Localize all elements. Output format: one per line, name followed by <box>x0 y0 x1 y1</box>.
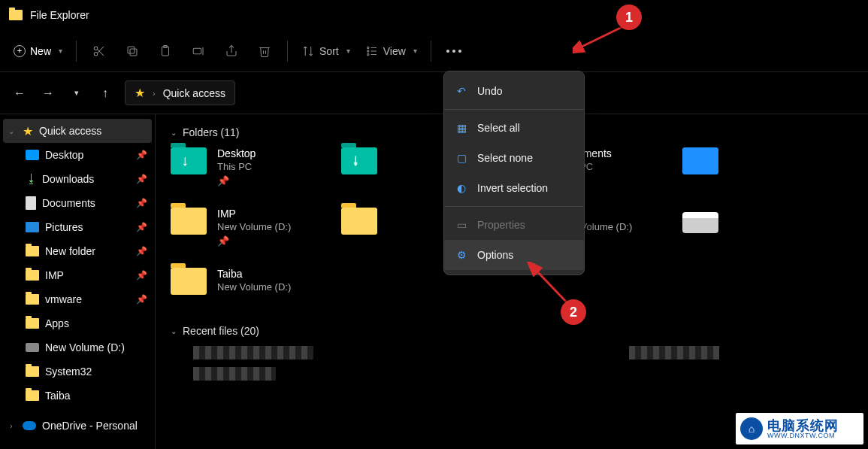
svg-rect-5 <box>128 47 135 53</box>
folder-icon <box>171 268 207 295</box>
chevron-down-icon: ⌄ <box>171 129 177 137</box>
menu-invert-selection[interactable]: ◐Invert selection <box>444 173 584 203</box>
sidebar-quick-access[interactable]: ⌄ ★ Quick access <box>3 119 152 143</box>
main-area: ⌄ ★ Quick access Desktop📌 ⭳Downloads📌 Do… <box>0 114 868 449</box>
new-button[interactable]: + New ▾ <box>8 36 68 66</box>
delete-button[interactable] <box>250 36 280 66</box>
menu-select-all[interactable]: ▦Select all <box>444 113 584 143</box>
up-button[interactable]: ↑ <box>96 86 114 100</box>
folder-icon <box>26 294 39 305</box>
properties-icon: ▭ <box>455 218 468 232</box>
pin-icon: 📌 <box>136 270 147 281</box>
plus-icon: + <box>14 45 26 57</box>
toolbar: + New ▾ Sort ▾ View ▾ <box>0 30 868 72</box>
quick-access-label: Quick access <box>39 125 101 137</box>
folder-icon <box>26 318 39 329</box>
rename-icon <box>192 44 205 58</box>
chevron-down-icon: ⌄ <box>6 127 17 135</box>
copy-button[interactable] <box>117 36 147 66</box>
sidebar-item-apps[interactable]: Apps <box>0 311 155 335</box>
watermark-logo-icon: ⌂ <box>740 417 763 440</box>
star-icon: ★ <box>23 124 33 138</box>
sidebar-item-imp[interactable]: IMP📌 <box>0 263 155 287</box>
drive-icon <box>26 343 39 352</box>
cloud-icon <box>23 421 36 430</box>
recent-section-header[interactable]: ⌄ Recent files (20) <box>171 325 853 337</box>
sidebar-onedrive[interactable]: › OneDrive - Personal <box>0 414 155 438</box>
menu-select-none[interactable]: ▢Select none <box>444 143 584 173</box>
share-icon <box>225 44 238 58</box>
folder-taiba[interactable]: TaibaNew Volume (D:) <box>171 268 341 305</box>
pin-icon: 📌 <box>217 175 256 187</box>
nav-row: ← → ▾ ↑ ★ › Quick access <box>0 72 868 114</box>
callout-badge-1: 1 <box>616 5 642 30</box>
separator <box>76 41 77 62</box>
pin-icon: 📌 <box>136 198 147 208</box>
desktop-icon <box>26 150 39 160</box>
trash-icon <box>258 44 271 58</box>
sidebar-item-pictures[interactable]: Pictures📌 <box>0 215 155 239</box>
sidebar-item-newfolder[interactable]: New folder📌 <box>0 239 155 263</box>
document-icon <box>26 196 36 210</box>
sidebar-item-vmware[interactable]: vmware📌 <box>0 287 155 311</box>
folder-drive[interactable] <box>682 208 853 247</box>
separator <box>431 41 431 62</box>
star-icon: ★ <box>135 86 145 100</box>
sidebar-item-taiba[interactable]: Taiba <box>0 384 155 408</box>
svg-point-13 <box>367 50 368 51</box>
address-bar[interactable]: ★ › Quick access <box>125 80 235 105</box>
view-button[interactable]: View ▾ <box>359 36 423 66</box>
recent-button[interactable]: ▾ <box>68 88 86 98</box>
forward-button[interactable]: → <box>39 86 57 100</box>
pin-icon: 📌 <box>136 294 147 305</box>
callout-badge-2: 2 <box>561 299 586 325</box>
options-icon: ⚙ <box>455 248 468 262</box>
scissors-icon <box>92 44 106 58</box>
undo-icon: ↶ <box>455 84 468 98</box>
svg-point-11 <box>367 47 368 48</box>
recent-file-redacted <box>629 346 719 360</box>
sidebar-item-documents[interactable]: Documents📌 <box>0 191 155 215</box>
chevron-down-icon: ▾ <box>413 47 417 55</box>
sidebar-item-system32[interactable]: System32 <box>0 360 155 384</box>
callout-2: 2 <box>561 299 586 325</box>
pin-icon: 📌 <box>136 150 147 160</box>
view-label: View <box>383 45 406 57</box>
sort-label: Sort <box>319 45 339 57</box>
svg-point-0 <box>94 47 98 50</box>
separator <box>287 41 288 62</box>
rename-button[interactable] <box>183 36 213 66</box>
menu-undo[interactable]: ↶Undo <box>444 76 584 106</box>
sidebar-item-desktop[interactable]: Desktop📌 <box>0 143 155 167</box>
watermark-url: WWW.DNXTW.COM <box>767 432 839 439</box>
recent-files-list <box>171 346 853 388</box>
folder-pictures[interactable] <box>682 147 853 187</box>
folder-icon <box>171 147 207 174</box>
pin-icon: 📌 <box>217 235 291 247</box>
folder-icon <box>26 390 39 401</box>
svg-line-3 <box>98 47 104 53</box>
paste-button[interactable] <box>150 36 180 66</box>
sort-button[interactable]: Sort ▾ <box>295 36 356 66</box>
sidebar: ⌄ ★ Quick access Desktop📌 ⭳Downloads📌 Do… <box>0 114 155 449</box>
folder-imp[interactable]: IMPNew Volume (D:)📌 <box>171 208 341 247</box>
more-button[interactable] <box>439 36 469 66</box>
svg-rect-4 <box>130 49 137 56</box>
sidebar-item-drive-d[interactable]: New Volume (D:) <box>0 335 155 360</box>
folder-icon <box>171 208 207 235</box>
svg-rect-8 <box>193 48 201 54</box>
back-button[interactable]: ← <box>11 86 29 100</box>
svg-line-2 <box>98 49 104 55</box>
folder-desktop[interactable]: DesktopThis PC📌 <box>171 147 341 187</box>
chevron-down-icon: ▾ <box>346 47 350 55</box>
share-button[interactable] <box>216 36 246 66</box>
invert-icon: ◐ <box>455 181 468 195</box>
view-icon <box>365 44 379 58</box>
svg-point-1 <box>94 52 98 56</box>
cut-button[interactable] <box>84 36 114 66</box>
drive-icon <box>682 212 718 233</box>
sidebar-item-downloads[interactable]: ⭳Downloads📌 <box>0 167 155 191</box>
folder-icon <box>26 246 39 256</box>
folder-icon <box>26 270 39 281</box>
title-bar: File Explorer <box>0 0 868 30</box>
